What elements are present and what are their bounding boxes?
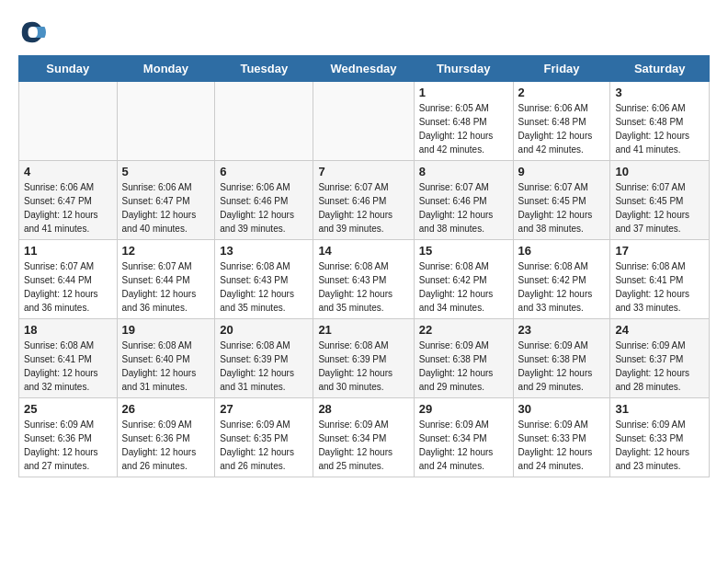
- day-info: Sunrise: 6:09 AM Sunset: 6:35 PM Dayligh…: [220, 418, 308, 473]
- day-info: Sunrise: 6:07 AM Sunset: 6:45 PM Dayligh…: [615, 180, 704, 236]
- logo-icon: [18, 18, 46, 46]
- header-thursday: Thursday: [414, 56, 513, 82]
- calendar-cell: 31Sunrise: 6:09 AM Sunset: 6:33 PM Dayli…: [610, 398, 710, 477]
- calendar-cell: 2Sunrise: 6:06 AM Sunset: 6:48 PM Daylig…: [513, 82, 610, 161]
- calendar-cell: 27Sunrise: 6:09 AM Sunset: 6:35 PM Dayli…: [215, 398, 313, 477]
- day-info: Sunrise: 6:09 AM Sunset: 6:36 PM Dayligh…: [122, 418, 210, 473]
- day-number: 12: [122, 244, 210, 258]
- day-info: Sunrise: 6:08 AM Sunset: 6:39 PM Dayligh…: [318, 339, 408, 394]
- day-number: 4: [24, 165, 112, 178]
- day-info: Sunrise: 6:08 AM Sunset: 6:42 PM Dayligh…: [518, 259, 606, 315]
- day-number: 14: [318, 244, 408, 258]
- header-monday: Monday: [117, 56, 215, 82]
- day-info: Sunrise: 6:09 AM Sunset: 6:38 PM Dayligh…: [518, 339, 606, 394]
- day-info: Sunrise: 6:09 AM Sunset: 6:34 PM Dayligh…: [419, 418, 508, 473]
- day-number: 9: [518, 165, 606, 178]
- calendar-cell: 6Sunrise: 6:06 AM Sunset: 6:46 PM Daylig…: [215, 161, 313, 240]
- day-number: 21: [318, 323, 408, 337]
- calendar-cell: 10Sunrise: 6:07 AM Sunset: 6:45 PM Dayli…: [610, 161, 710, 240]
- calendar-cell: 14Sunrise: 6:08 AM Sunset: 6:43 PM Dayli…: [313, 240, 414, 319]
- day-number: 6: [220, 165, 308, 178]
- calendar-cell: [19, 82, 118, 161]
- day-info: Sunrise: 6:08 AM Sunset: 6:42 PM Dayligh…: [419, 259, 508, 315]
- day-info: Sunrise: 6:08 AM Sunset: 6:39 PM Dayligh…: [220, 339, 308, 394]
- day-number: 29: [419, 402, 508, 416]
- calendar-cell: 22Sunrise: 6:09 AM Sunset: 6:38 PM Dayli…: [414, 319, 513, 398]
- calendar-cell: 16Sunrise: 6:08 AM Sunset: 6:42 PM Dayli…: [513, 240, 610, 319]
- day-info: Sunrise: 6:06 AM Sunset: 6:48 PM Dayligh…: [518, 101, 606, 156]
- day-number: 30: [518, 402, 606, 416]
- day-number: 16: [518, 244, 606, 258]
- day-info: Sunrise: 6:08 AM Sunset: 6:40 PM Dayligh…: [122, 339, 210, 394]
- day-info: Sunrise: 6:06 AM Sunset: 6:47 PM Dayligh…: [24, 180, 112, 236]
- day-info: Sunrise: 6:09 AM Sunset: 6:37 PM Dayligh…: [615, 339, 704, 394]
- day-number: 22: [419, 323, 508, 337]
- calendar-cell: 23Sunrise: 6:09 AM Sunset: 6:38 PM Dayli…: [513, 319, 610, 398]
- calendar-cell: 7Sunrise: 6:07 AM Sunset: 6:46 PM Daylig…: [313, 161, 414, 240]
- day-info: Sunrise: 6:09 AM Sunset: 6:33 PM Dayligh…: [615, 418, 704, 473]
- header-wednesday: Wednesday: [313, 56, 414, 82]
- day-number: 13: [220, 244, 308, 258]
- calendar-week-5: 25Sunrise: 6:09 AM Sunset: 6:36 PM Dayli…: [19, 398, 710, 477]
- calendar-week-2: 4Sunrise: 6:06 AM Sunset: 6:47 PM Daylig…: [19, 161, 710, 240]
- header-saturday: Saturday: [610, 56, 710, 82]
- calendar-cell: [215, 82, 313, 161]
- calendar-cell: 25Sunrise: 6:09 AM Sunset: 6:36 PM Dayli…: [19, 398, 118, 477]
- calendar-cell: 24Sunrise: 6:09 AM Sunset: 6:37 PM Dayli…: [610, 319, 710, 398]
- day-info: Sunrise: 6:09 AM Sunset: 6:36 PM Dayligh…: [24, 418, 112, 473]
- day-number: 25: [24, 402, 112, 416]
- calendar-week-1: 1Sunrise: 6:05 AM Sunset: 6:48 PM Daylig…: [19, 82, 710, 161]
- day-number: 20: [220, 323, 308, 337]
- day-number: 1: [419, 86, 508, 99]
- calendar-cell: [313, 82, 414, 161]
- calendar-cell: 9Sunrise: 6:07 AM Sunset: 6:45 PM Daylig…: [513, 161, 610, 240]
- calendar: Sunday Monday Tuesday Wednesday Thursday…: [18, 55, 710, 477]
- header-friday: Friday: [513, 56, 610, 82]
- calendar-cell: 20Sunrise: 6:08 AM Sunset: 6:39 PM Dayli…: [215, 319, 313, 398]
- calendar-cell: 21Sunrise: 6:08 AM Sunset: 6:39 PM Dayli…: [313, 319, 414, 398]
- day-info: Sunrise: 6:07 AM Sunset: 6:46 PM Dayligh…: [318, 180, 408, 236]
- day-info: Sunrise: 6:07 AM Sunset: 6:44 PM Dayligh…: [24, 259, 112, 315]
- day-number: 24: [615, 323, 704, 337]
- calendar-cell: 1Sunrise: 6:05 AM Sunset: 6:48 PM Daylig…: [414, 82, 513, 161]
- calendar-cell: 4Sunrise: 6:06 AM Sunset: 6:47 PM Daylig…: [19, 161, 118, 240]
- calendar-cell: 18Sunrise: 6:08 AM Sunset: 6:41 PM Dayli…: [19, 319, 118, 398]
- calendar-cell: 28Sunrise: 6:09 AM Sunset: 6:34 PM Dayli…: [313, 398, 414, 477]
- calendar-header-row: Sunday Monday Tuesday Wednesday Thursday…: [19, 56, 710, 82]
- day-info: Sunrise: 6:08 AM Sunset: 6:41 PM Dayligh…: [24, 339, 112, 394]
- calendar-cell: 15Sunrise: 6:08 AM Sunset: 6:42 PM Dayli…: [414, 240, 513, 319]
- calendar-cell: 12Sunrise: 6:07 AM Sunset: 6:44 PM Dayli…: [117, 240, 215, 319]
- day-number: 18: [24, 323, 112, 337]
- day-info: Sunrise: 6:07 AM Sunset: 6:46 PM Dayligh…: [419, 180, 508, 236]
- calendar-cell: 8Sunrise: 6:07 AM Sunset: 6:46 PM Daylig…: [414, 161, 513, 240]
- header-sunday: Sunday: [19, 56, 118, 82]
- day-info: Sunrise: 6:05 AM Sunset: 6:48 PM Dayligh…: [419, 101, 508, 156]
- calendar-cell: 19Sunrise: 6:08 AM Sunset: 6:40 PM Dayli…: [117, 319, 215, 398]
- day-number: 26: [122, 402, 210, 416]
- day-number: 11: [24, 244, 112, 258]
- calendar-week-3: 11Sunrise: 6:07 AM Sunset: 6:44 PM Dayli…: [19, 240, 710, 319]
- day-info: Sunrise: 6:06 AM Sunset: 6:46 PM Dayligh…: [220, 180, 308, 236]
- logo: [18, 18, 48, 46]
- header: [18, 18, 710, 46]
- day-info: Sunrise: 6:06 AM Sunset: 6:48 PM Dayligh…: [615, 101, 704, 156]
- calendar-cell: 30Sunrise: 6:09 AM Sunset: 6:33 PM Dayli…: [513, 398, 610, 477]
- calendar-cell: 5Sunrise: 6:06 AM Sunset: 6:47 PM Daylig…: [117, 161, 215, 240]
- day-number: 5: [122, 165, 210, 178]
- day-info: Sunrise: 6:07 AM Sunset: 6:44 PM Dayligh…: [122, 259, 210, 315]
- day-number: 7: [318, 165, 408, 178]
- day-number: 31: [615, 402, 704, 416]
- day-number: 15: [419, 244, 508, 258]
- day-number: 23: [518, 323, 606, 337]
- day-info: Sunrise: 6:09 AM Sunset: 6:34 PM Dayligh…: [318, 418, 408, 473]
- day-info: Sunrise: 6:08 AM Sunset: 6:43 PM Dayligh…: [318, 259, 408, 315]
- day-number: 28: [318, 402, 408, 416]
- day-info: Sunrise: 6:09 AM Sunset: 6:38 PM Dayligh…: [419, 339, 508, 394]
- calendar-cell: 13Sunrise: 6:08 AM Sunset: 6:43 PM Dayli…: [215, 240, 313, 319]
- day-info: Sunrise: 6:06 AM Sunset: 6:47 PM Dayligh…: [122, 180, 210, 236]
- calendar-cell: 17Sunrise: 6:08 AM Sunset: 6:41 PM Dayli…: [610, 240, 710, 319]
- day-number: 10: [615, 165, 704, 178]
- header-tuesday: Tuesday: [215, 56, 313, 82]
- calendar-cell: 3Sunrise: 6:06 AM Sunset: 6:48 PM Daylig…: [610, 82, 710, 161]
- day-number: 2: [518, 86, 606, 99]
